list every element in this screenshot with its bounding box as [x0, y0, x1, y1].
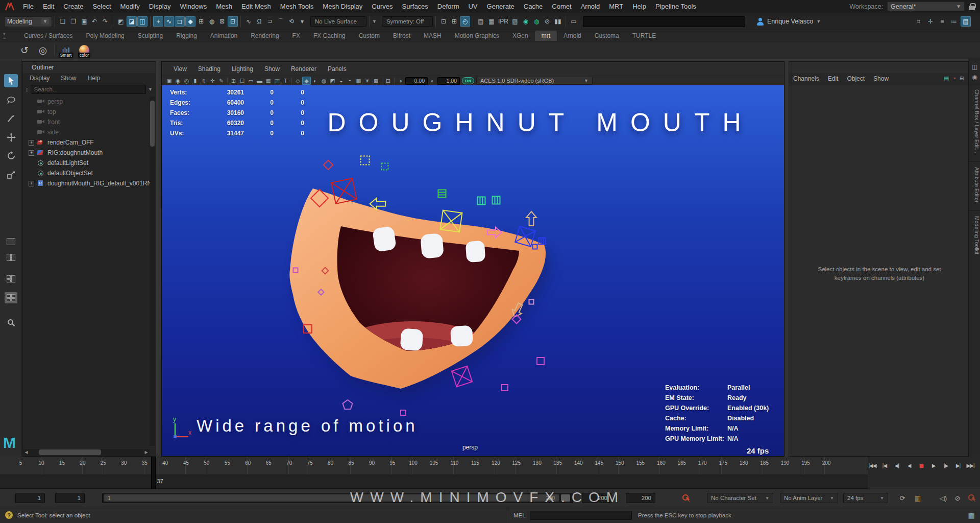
gate-mask-icon[interactable]: ▬ [255, 77, 264, 85]
menu-item[interactable]: Display [144, 1, 176, 12]
ipr-render-icon[interactable]: IPR [497, 16, 509, 27]
surface-snap-icon[interactable]: ⌒ [276, 16, 286, 27]
undo-icon[interactable]: ↶ [89, 16, 100, 27]
menu-item[interactable]: Arnold [576, 1, 605, 12]
workspace-lock-icon[interactable] [969, 6, 975, 10]
scroll-left-icon[interactable]: ◀ [23, 450, 30, 455]
select-hierarchy-icon[interactable]: ◩ [116, 16, 126, 27]
select-object-icon[interactable]: ◪ [127, 16, 137, 27]
channel-box-menu-item[interactable]: Edit [828, 75, 839, 82]
menu-item[interactable]: Deform [433, 1, 464, 12]
expand-toggle-icon[interactable]: + [29, 140, 34, 146]
outliner-item[interactable]: + doughnutMouth_RIG_default_v001RN [22, 178, 150, 188]
menu-item[interactable]: Surfaces [398, 1, 433, 12]
new-scene-icon[interactable]: ❏ [58, 16, 68, 27]
camera-attributes-icon[interactable]: ◎ [182, 77, 191, 85]
anim-layer-dropdown[interactable]: No Anim Layer▼ [780, 493, 838, 503]
outliner-item[interactable]: + renderCam_OFF [22, 137, 150, 148]
snap-to-curve-icon[interactable]: ∿ [164, 16, 174, 27]
outliner-horizontal-scrollbar[interactable]: ◀ ▶ [23, 449, 150, 456]
outliner-menu-item[interactable]: Show [61, 75, 76, 82]
menu-item[interactable]: Modify [116, 1, 144, 12]
symmetry-field[interactable]: Symmetry: Off [382, 16, 433, 27]
chevron-down-icon[interactable]: ▼ [372, 19, 377, 24]
channel-box-menu-item[interactable]: Show [873, 75, 889, 82]
show-input-line-icon[interactable]: ▭ [569, 16, 579, 27]
menu-item[interactable]: Select [88, 1, 115, 12]
search-options-icon[interactable]: ▼ [148, 87, 153, 92]
shelf-refresh-icon[interactable]: ↺ [17, 43, 32, 57]
shelf-menu-icon[interactable]: ▾≡ [3, 32, 6, 40]
time-slider-track[interactable]: 5101520253035404550556065707580859095100… [0, 457, 868, 489]
menu-item[interactable]: Curves [367, 1, 397, 12]
ctrl-arrow-tan-up[interactable] [526, 211, 536, 226]
menu-item[interactable]: Pipeline Tools [651, 1, 701, 12]
shelf-tab[interactable]: TURTLE [626, 31, 663, 41]
playback-start-field[interactable]: 1 [15, 493, 45, 503]
channel-display-icon[interactable]: ▤ [944, 75, 949, 82]
two-pane-layout-button[interactable] [5, 252, 17, 263]
ctrl-square-magenta-3[interactable] [401, 410, 406, 415]
loop-mode-icon[interactable]: ⟳ [896, 493, 909, 503]
render-settings-icon[interactable]: ◉ [521, 16, 531, 27]
viewport-3d-view[interactable]: Verts:3026100Edges:6040000Faces:3016000T… [162, 85, 784, 456]
shelf-tab[interactable]: XGen [506, 31, 535, 41]
frame-all-icon[interactable]: ⊞ [449, 16, 459, 27]
occlusion-icon[interactable]: ◒ [337, 77, 346, 85]
snap-to-grid-icon[interactable]: + [153, 16, 163, 27]
stop-button[interactable]: ■ [916, 460, 927, 471]
split-pane-layout-button[interactable] [5, 273, 17, 284]
pose-icon[interactable]: ✛ [925, 16, 936, 27]
pause-viewport-icon[interactable]: ▮▮ [553, 16, 563, 27]
highlight-selection-icon[interactable]: ⊡ [228, 16, 238, 27]
menu-set-dropdown[interactable]: Modeling▼ [4, 16, 52, 27]
recent-commands-icon[interactable]: ◴ [460, 16, 470, 27]
rotate-tool-button[interactable] [4, 149, 18, 162]
outliner-item[interactable]: + persp [22, 97, 150, 107]
shaded-icon[interactable]: ◆ [302, 77, 311, 85]
redo-icon[interactable]: ↷ [100, 16, 110, 27]
outliner-menu-item[interactable]: Help [87, 75, 100, 82]
exposure-field[interactable]: 0.00 [405, 77, 428, 85]
construction-history-icon[interactable]: Ω [254, 16, 264, 27]
curve-snap-icon[interactable]: ⊃ [265, 16, 275, 27]
image-plane-icon[interactable]: ▯ [200, 77, 208, 85]
sidebar-vertical-tab[interactable]: Channel Box / Layer Edit... [969, 84, 980, 158]
four-pane-layout-button[interactable] [5, 292, 17, 303]
single-pane-layout-button[interactable] [5, 236, 17, 247]
outliner-item[interactable]: + RIG:doughnutMouth [22, 148, 150, 158]
select-camera-icon[interactable]: ▣ [165, 77, 174, 85]
menu-item[interactable]: Help [628, 1, 651, 12]
viewport-menu-item[interactable]: Show [260, 64, 284, 74]
textured-icon[interactable]: ◐ [311, 77, 320, 85]
safe-title-icon[interactable]: T [281, 77, 290, 85]
quick-input-field[interactable] [583, 16, 745, 27]
ctrl-square-magenta-1[interactable] [537, 358, 544, 365]
input-operations-icon[interactable]: ∿ [243, 16, 254, 27]
step-forward-key-button[interactable]: |▶ [940, 460, 951, 471]
expand-toggle-icon[interactable]: + [29, 181, 34, 186]
motion-blur-icon[interactable]: ◓ [346, 77, 354, 85]
menu-item[interactable]: Create [59, 1, 88, 12]
outliner-item[interactable]: + front [22, 117, 150, 127]
shelf-tab[interactable]: Poly Modeling [79, 31, 131, 41]
grid-icon[interactable]: ⊞ [229, 77, 238, 85]
manipulator-icon[interactable]: ⊞ [960, 75, 964, 82]
current-time-indicator[interactable] [151, 457, 156, 489]
resolution-gate-icon[interactable]: ▭ [247, 77, 255, 85]
render-region-icon[interactable]: ▧ [510, 16, 520, 27]
render-frame-icon[interactable]: ▦ [486, 16, 497, 27]
shelf-tab[interactable]: Curves / Surfaces [17, 31, 79, 41]
move-tool-button[interactable] [4, 131, 18, 144]
outliner-menu-item[interactable]: Display [30, 75, 50, 82]
target-icon[interactable]: ◉ [972, 74, 977, 81]
shelf-tab[interactable]: Animation [204, 31, 244, 41]
script-editor-icon[interactable]: ▦ [967, 511, 976, 520]
go-to-end-button[interactable]: ▶▶| [965, 460, 976, 471]
gamma-field[interactable]: 1.00 [437, 77, 460, 85]
shelf-tab[interactable]: FX [286, 31, 307, 41]
live-surface-field[interactable]: No Live Surface [310, 16, 366, 27]
set-key-icon[interactable] [680, 493, 692, 503]
viewport-menu-item[interactable]: Renderer [286, 64, 321, 74]
colorspace-dropdown[interactable]: ACES 1.0 SDR-video (sRGB)▼ [476, 77, 593, 85]
